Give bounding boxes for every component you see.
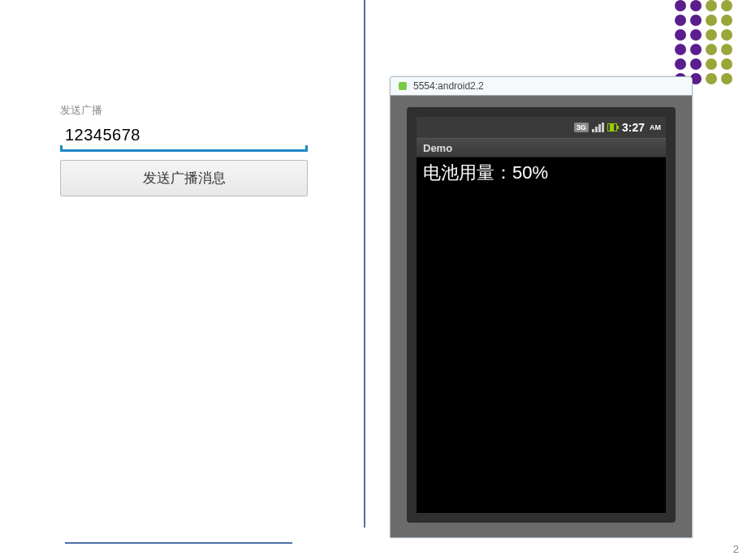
decorative-dots: [675, 0, 732, 84]
battery-icon: [607, 123, 617, 131]
page-number: 2: [733, 543, 739, 555]
horizontal-divider: [65, 542, 292, 544]
send-broadcast-button[interactable]: 发送广播消息: [60, 160, 308, 196]
android-statusbar: 3G 3:27 AM: [417, 117, 666, 138]
form-label: 发送广播: [60, 103, 308, 118]
emulator-body: 3G 3:27 AM Demo 电池用量：50%: [391, 95, 692, 537]
emulator-title: 5554:android2.2: [413, 80, 484, 92]
battery-usage-text: 电池用量：50%: [423, 162, 548, 183]
app-titlebar: Demo: [417, 138, 666, 157]
clock-time: 3:27: [622, 121, 645, 134]
phone-frame: 3G 3:27 AM Demo 电池用量：50%: [407, 107, 676, 523]
signal-icon: [592, 123, 604, 132]
emulator-app-icon: [397, 80, 408, 92]
app-content: 电池用量：50%: [417, 157, 666, 513]
input-wrapper: [60, 123, 308, 152]
phone-screen: 3G 3:27 AM Demo 电池用量：50%: [417, 117, 666, 513]
svg-rect-0: [399, 82, 407, 90]
emulator-titlebar[interactable]: 5554:android2.2: [391, 77, 692, 95]
broadcast-input[interactable]: [60, 123, 308, 152]
network-3g-icon: 3G: [574, 123, 589, 132]
broadcast-form: 发送广播 发送广播消息: [60, 103, 308, 196]
emulator-window: 5554:android2.2 3G 3:27 AM Demo 电池用量：50%: [390, 76, 693, 538]
clock-ampm: AM: [650, 123, 661, 131]
vertical-divider: [364, 0, 365, 528]
